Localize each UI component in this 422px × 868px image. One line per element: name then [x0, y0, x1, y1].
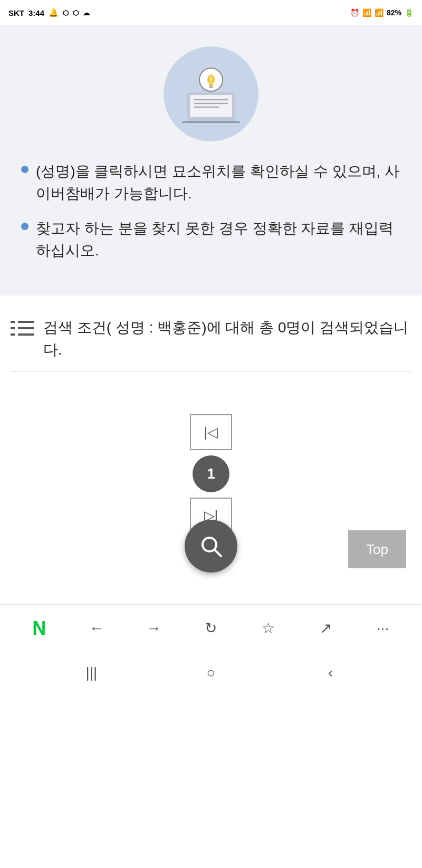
android-menu-button[interactable]: ||| [79, 660, 104, 685]
bullet-text-1: (성명)을 클릭하시면 묘소위치를 확인하실 수 있으며, 사이버참배가 가능합… [36, 160, 401, 205]
svg-rect-16 [18, 333, 34, 336]
time-label: 3:44 [28, 8, 44, 17]
bullet-dot-2 [21, 223, 28, 230]
svg-rect-11 [11, 321, 15, 323]
bullet-item-2: 찾고자 하는 분을 찾지 못한 경우 정확한 자료를 재입력 하십시오. [21, 217, 401, 262]
result-header: 검색 조건( 성명 : 백홍준)에 대해 총 0명이 검색되었습니다. [11, 317, 411, 361]
browser-forward-button[interactable]: → [140, 615, 167, 642]
browser-refresh-button[interactable]: ↻ [198, 615, 224, 642]
svg-rect-15 [18, 327, 34, 329]
result-section: 검색 조건( 성명 : 백홍준)에 대해 총 0명이 검색되었습니다. [0, 295, 422, 393]
signal-icon: 📶 [375, 8, 383, 17]
browser-share-button[interactable]: ↗ [312, 615, 339, 642]
bullet-text-2: 찾고자 하는 분을 찾지 못한 경우 정확한 자료를 재입력 하십시오. [36, 217, 401, 262]
app-icon-2: ⬡ [73, 9, 79, 17]
status-left: SKT 3:44 🔔 ⬡ ⬡ ☁ [8, 8, 90, 17]
alarm-icon: ⏰ [350, 8, 359, 17]
notification-icon: 🔔 [49, 8, 59, 17]
wifi-icon: 📶 [362, 8, 371, 17]
laptop-illustration-svg [177, 65, 245, 123]
battery-icon: 🔋 [405, 8, 414, 17]
result-divider [11, 371, 411, 372]
status-bar: SKT 3:44 🔔 ⬡ ⬡ ☁ ⏰ 📶 📶 82% 🔋 [0, 0, 422, 25]
status-right: ⏰ 📶 📶 82% 🔋 [350, 8, 414, 17]
hero-section: (성명)을 클릭하시면 묘소위치를 확인하실 수 있으며, 사이버참배가 가능합… [0, 25, 422, 295]
app-icon-1: ⬡ [63, 9, 69, 17]
hero-bullets: (성명)을 클릭하시면 묘소위치를 확인하실 수 있으며, 사이버참배가 가능합… [21, 160, 401, 274]
svg-rect-10 [182, 121, 240, 123]
browser-back-button[interactable]: ← [83, 615, 110, 642]
search-icon [198, 533, 224, 559]
svg-rect-14 [18, 321, 34, 323]
result-text: 검색 조건( 성명 : 백홍준)에 대해 총 0명이 검색되었습니다. [43, 317, 411, 361]
svg-rect-13 [11, 333, 15, 336]
bullet-dot-1 [21, 166, 28, 173]
browser-nav-bar: N ← → ↻ ☆ ↗ ··· [0, 604, 422, 652]
svg-rect-12 [11, 327, 15, 329]
top-button[interactable]: Top [348, 530, 406, 568]
current-page-indicator: 1 [193, 455, 229, 492]
hero-illustration [164, 46, 258, 141]
svg-point-4 [210, 82, 212, 83]
battery-label: 82% [387, 8, 401, 17]
android-home-button[interactable]: ○ [198, 660, 224, 685]
first-page-button[interactable]: |◁ [190, 414, 232, 450]
android-back-button[interactable]: ‹ [318, 660, 343, 685]
pagination-section: |◁ 1 ▷| Top [0, 393, 422, 604]
app-icon-3: ☁ [83, 9, 90, 17]
svg-line-18 [215, 550, 221, 556]
browser-bookmark-button[interactable]: ☆ [255, 615, 282, 642]
carrier-label: SKT [8, 8, 24, 17]
browser-more-button[interactable]: ··· [370, 615, 396, 642]
list-icon [11, 319, 34, 340]
bullet-item-1: (성명)을 클릭하시면 묘소위치를 확인하실 수 있으며, 사이버참배가 가능합… [21, 160, 401, 205]
android-nav-bar: ||| ○ ‹ [0, 652, 422, 694]
svg-rect-6 [190, 95, 232, 117]
fab-search-button[interactable] [185, 520, 237, 573]
naver-logo-button[interactable]: N [26, 615, 52, 642]
